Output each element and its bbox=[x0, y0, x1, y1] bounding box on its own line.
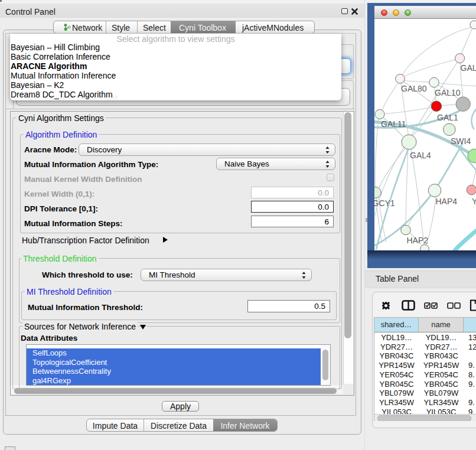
svg-text:GAL10: GAL10 bbox=[435, 88, 461, 97]
svg-text:GCY1: GCY1 bbox=[374, 198, 395, 208]
svg-text:GAL4: GAL4 bbox=[410, 151, 431, 160]
svg-text:HAP2: HAP2 bbox=[407, 236, 429, 245]
svg-text:GAL11: GAL11 bbox=[381, 119, 406, 129]
svg-text:YM: YM bbox=[472, 197, 476, 206]
svg-text:HAP4: HAP4 bbox=[436, 197, 458, 206]
svg-text:GAL80: GAL80 bbox=[401, 84, 427, 93]
svg-text:GAL1: GAL1 bbox=[437, 113, 458, 122]
svg-text:SWI4: SWI4 bbox=[451, 136, 471, 146]
svg-text:GAL7: GAL7 bbox=[461, 63, 476, 73]
